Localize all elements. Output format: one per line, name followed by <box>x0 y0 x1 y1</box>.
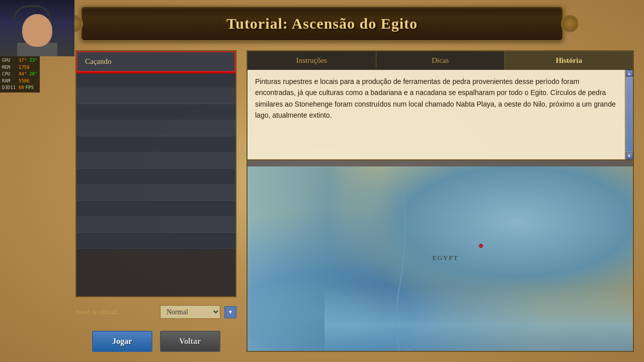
content-divider <box>247 160 634 166</box>
map-marker <box>479 244 483 248</box>
title-bar: Tutorial: Ascensão do Egito <box>80 6 564 41</box>
map-egypt-label: EGYPT <box>432 254 458 262</box>
difficulty-dropdown-button[interactable]: ▼ <box>224 306 236 318</box>
list-item[interactable] <box>76 120 235 136</box>
mission-item-selected[interactable]: Caçando <box>76 51 235 72</box>
page-title: Tutorial: Ascensão do Egito <box>226 15 418 32</box>
back-button[interactable]: Voltar <box>160 331 220 352</box>
scroll-up-button[interactable]: ▲ <box>626 70 633 77</box>
difficulty-select[interactable]: Normal Fácil Difícil <box>160 305 220 319</box>
cpu-label: CPU <box>2 71 17 78</box>
tab-historia[interactable]: História <box>505 51 633 70</box>
list-item[interactable] <box>76 136 235 152</box>
scroll-thumb[interactable] <box>626 77 633 152</box>
map-background: EGYPT <box>248 166 633 351</box>
right-panel: Instruções Dicas História Pinturas rupes… <box>247 50 634 352</box>
main-content: Caçando Nível de dificul... Normal Fácil… <box>75 50 634 352</box>
cpu-temp: 44° <box>19 71 27 78</box>
list-item[interactable] <box>76 72 235 88</box>
difficulty-row: Nível de dificul... Normal Fácil Difícil… <box>75 301 236 323</box>
fps-unit: FPS <box>26 84 34 92</box>
cpu-temp2: 28° <box>29 71 37 78</box>
d3d-label: D3D11 <box>2 84 17 92</box>
list-item[interactable] <box>76 233 235 249</box>
gpu-temp: 37° <box>19 57 27 64</box>
difficulty-label: Nível de dificul... <box>75 308 156 316</box>
list-item[interactable] <box>76 152 235 168</box>
list-item[interactable] <box>76 88 235 104</box>
list-item[interactable] <box>76 201 235 217</box>
text-content-area: Pinturas rupestres e locais para a produ… <box>247 70 634 160</box>
list-item[interactable] <box>76 168 235 185</box>
mission-list: Caçando <box>75 50 236 297</box>
scroll-down-button[interactable]: ▼ <box>626 152 633 159</box>
scrollbar[interactable]: ▲ ▼ <box>625 70 633 159</box>
buttons-row: Jogar Voltar <box>75 331 236 352</box>
ram-label: RAM <box>2 78 17 85</box>
history-text: Pinturas rupestres e locais para a produ… <box>255 76 616 121</box>
left-panel: Caçando Nível de dificul... Normal Fácil… <box>75 50 236 352</box>
map-container: EGYPT <box>247 166 634 352</box>
title-ornament-right <box>561 15 579 33</box>
gpu-temp2: 23° <box>29 57 37 64</box>
avatar <box>22 14 52 47</box>
play-button[interactable]: Jogar <box>92 331 152 352</box>
list-item[interactable] <box>76 185 235 201</box>
ram-val: 5506 <box>19 78 30 85</box>
mem-val: 1758 <box>19 64 30 71</box>
mem-label: MEM <box>2 64 17 71</box>
gpu-label: GPU <box>2 57 17 64</box>
list-item[interactable] <box>76 104 235 120</box>
fps-val: 60 <box>19 84 24 92</box>
webcam-feed <box>0 0 74 56</box>
system-stats: GPU 37° 23° MEM 1758 CPU 44° 28° RAM 550… <box>0 56 40 93</box>
mission-name: Caçando <box>85 57 111 65</box>
webcam-overlay <box>0 0 74 56</box>
tab-instrucoes[interactable]: Instruções <box>248 51 376 70</box>
list-item[interactable] <box>76 217 235 233</box>
tabs-row: Instruções Dicas História <box>247 50 634 70</box>
tab-dicas[interactable]: Dicas <box>376 51 505 70</box>
